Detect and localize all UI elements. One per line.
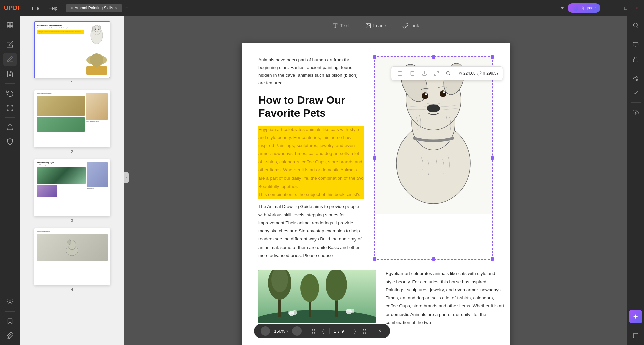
nav-prev-button[interactable]: ⟨ [321, 327, 325, 335]
right-sidebar-chat-icon[interactable] [629, 329, 642, 342]
page-bottom-section: Egyptian art celebrates animals like cat… [258, 270, 493, 327]
svg-point-7 [9, 301, 11, 303]
right-sidebar-ai-icon[interactable] [629, 38, 642, 51]
total-pages: 9 [341, 329, 344, 334]
sidebar-stamp-icon[interactable] [3, 295, 17, 308]
right-divider-3 [631, 102, 641, 103]
thumbnail-page-2[interactable]: Animals are a part of our daily life Var… [24, 90, 120, 154]
sidebar-reader-icon[interactable] [3, 19, 17, 32]
link-dimensions-icon[interactable] [477, 71, 482, 76]
svg-point-60 [636, 79, 638, 81]
text-tool-button[interactable]: Text [328, 21, 354, 31]
svg-line-25 [434, 74, 436, 75]
svg-point-51 [350, 309, 354, 313]
svg-point-59 [633, 78, 635, 79]
image-tool-button[interactable]: Image [361, 21, 391, 31]
sidebar-protect-icon[interactable] [3, 135, 17, 148]
nav-first-button[interactable]: ⟨⟨ [310, 327, 317, 335]
sidebar-clip-icon[interactable] [3, 329, 17, 342]
new-tab-button[interactable]: + [123, 5, 131, 12]
tab-dot [71, 7, 73, 9]
landscape-photo [258, 270, 376, 323]
nav-next-button[interactable]: ⟩ [353, 327, 357, 335]
window-close-button[interactable]: × [633, 5, 640, 11]
img-tool-btn-5[interactable] [444, 69, 453, 78]
right-sidebar-check-icon[interactable] [629, 86, 642, 100]
right-sidebar-ai-sparkle[interactable] [629, 310, 642, 323]
svg-point-37 [427, 104, 440, 112]
right-sidebar-search[interactable] [629, 19, 642, 32]
zoom-out-button[interactable]: − [261, 326, 270, 336]
zoom-bar-close-button[interactable]: × [376, 327, 383, 335]
right-sidebar-share-icon[interactable] [629, 72, 642, 85]
img-tool-btn-1[interactable] [395, 69, 405, 78]
svg-point-58 [636, 76, 638, 78]
nav-divider-3 [348, 328, 348, 334]
thumbnail-page-3[interactable]: Different Painting Styles Animals have b… [24, 159, 120, 223]
img-tool-btn-3[interactable] [420, 69, 429, 78]
svg-point-49 [288, 310, 292, 315]
content-area: How to Draw Our Favorite Pets Animals ha… [0, 16, 644, 345]
thumbnail-image-1: How to Draw Our Favorite Pets Animals ha… [34, 21, 110, 78]
thumbnail-page-1[interactable]: How to Draw Our Favorite Pets Animals ha… [24, 21, 120, 85]
window-minimize-button[interactable]: − [611, 5, 618, 11]
sidebar-compress-icon[interactable] [3, 101, 17, 115]
zoom-in-button[interactable]: + [292, 326, 302, 336]
image-toolbar: w 224.68 h 299.57 [391, 66, 503, 80]
page-body-text: The Animal Drawing Guide aims to provide… [258, 203, 364, 260]
right-bottom-paragraph: Egyptian art celebrates animals like cat… [386, 270, 505, 327]
width-label: w [459, 71, 462, 76]
sidebar-export-icon[interactable] [3, 120, 17, 134]
sidebar-bookmark-icon[interactable] [3, 314, 17, 328]
menu-file[interactable]: File [29, 4, 42, 12]
right-divider-2 [631, 69, 641, 69]
image-dimensions: w 224.68 h 299.57 [459, 71, 499, 76]
handle-bl[interactable] [373, 257, 376, 261]
svg-point-48 [292, 310, 297, 315]
sidebar-divider-1 [5, 35, 15, 35]
upgrade-button[interactable]: Upgrade [568, 3, 600, 13]
nav-divider-4 [372, 328, 372, 334]
nav-last-button[interactable]: ⟩⟩ [361, 327, 368, 335]
tab-animal-painting[interactable]: Animal Painting Skills × [66, 4, 122, 12]
svg-point-52 [633, 23, 637, 27]
sidebar-annotate-icon[interactable] [3, 53, 17, 66]
thumbnail-image-2: Animals are a part of our daily life Var… [34, 90, 110, 147]
svg-rect-22 [411, 71, 414, 75]
sidebar-edit-icon[interactable] [3, 38, 17, 51]
svg-point-46 [326, 270, 347, 301]
height-value: 299.57 [486, 71, 499, 76]
svg-rect-54 [633, 42, 638, 46]
edit-toolbar: Text Image Link [328, 21, 424, 31]
sidebar-pages-icon[interactable] [3, 67, 17, 81]
handle-bm[interactable] [432, 257, 435, 261]
avatar [572, 5, 578, 11]
right-sidebar-cloud-icon[interactable] [629, 106, 642, 119]
top-bar-right: ▾ Upgrade − □ × [561, 3, 640, 13]
svg-point-36 [443, 91, 445, 93]
tab-close-icon[interactable]: × [115, 6, 117, 10]
svg-rect-0 [7, 23, 10, 26]
link-tool-button[interactable]: Link [397, 21, 424, 31]
main-area: Text Image Link [124, 16, 627, 345]
left-sidebar [0, 16, 20, 345]
thumbnail-page-4[interactable]: Animal sketches and drawings... 4 [24, 228, 120, 292]
img-tool-btn-2[interactable] [408, 69, 417, 78]
thumbnail-image-3: Different Painting Styles Animals have b… [34, 159, 110, 216]
nav-divider-2 [329, 328, 330, 334]
tab-area: Animal Painting Skills × + [66, 4, 131, 12]
window-maximize-button[interactable]: □ [622, 5, 629, 11]
page-right-bottom-text: Egyptian art celebrates animals like cat… [386, 270, 505, 327]
zoom-bar: − 156% ▾ + ⟨⟨ ⟨ 1 / 9 ⟩ ⟩⟩ × [254, 324, 390, 338]
sidebar-convert-icon[interactable] [3, 86, 17, 100]
chevron-down-icon[interactable]: ▾ [561, 5, 564, 11]
svg-point-12 [95, 29, 96, 30]
handle-br[interactable] [491, 257, 494, 261]
img-tool-btn-4[interactable] [432, 69, 441, 78]
panel-collapse-handle[interactable]: ‹ [124, 172, 129, 183]
menu-help[interactable]: Help [45, 4, 61, 12]
page-right-column [374, 56, 493, 260]
svg-rect-57 [633, 59, 638, 62]
zoom-dropdown-icon[interactable]: ▾ [286, 329, 288, 333]
right-sidebar-lock-icon[interactable] [629, 53, 642, 66]
